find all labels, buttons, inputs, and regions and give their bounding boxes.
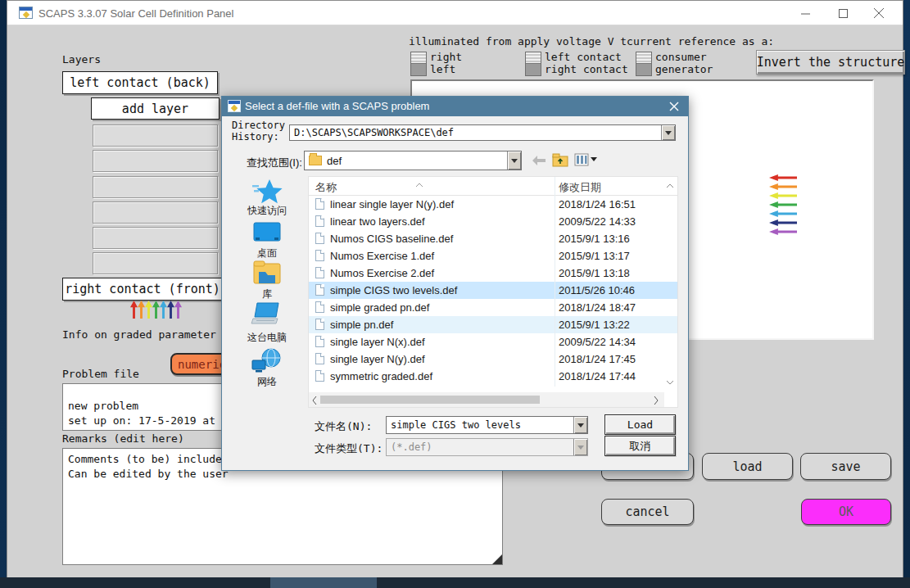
load-button[interactable]: load [702,453,793,480]
ok-button[interactable]: OK [801,499,891,525]
layer-slot-button[interactable] [93,176,218,198]
dialog-cancel-button[interactable]: 取消 [604,436,676,456]
sidebar-item-this-pc[interactable]: 这台电脑 [222,331,312,345]
file-row[interactable]: symmetric graded.def 2018/1/24 17:44 [309,368,677,385]
scroll-up-icon[interactable] [666,179,674,191]
file-icon [315,267,324,278]
sidebar-item-desktop[interactable]: 桌面 [222,247,312,260]
filename-value: simple CIGS two levels [391,419,521,431]
file-row[interactable]: linear single layer N(y).def 2018/1/24 1… [309,196,677,213]
file-date: 2018/1/24 17:45 [559,353,636,365]
illumination-arrows [769,174,797,235]
cancel-button[interactable]: cancel [601,499,694,525]
network-icon[interactable] [222,347,312,373]
file-row[interactable]: Numos Exercise 2.def 2015/9/1 13:18 [309,265,677,282]
illuminated-from-switch[interactable] [410,52,427,76]
look-in-label: 查找范围(I): [247,156,302,170]
file-list-header: 名称 修改日期 [309,177,677,196]
illumination-header: illuminated from apply voltage V tcurren… [409,35,774,47]
directory-history-combobox[interactable]: D:\SCAPS\SCAPSWORKSPACE\def [289,124,676,141]
layer-slot-button[interactable] [93,124,218,147]
layers-label: Layers [62,53,101,66]
file-row[interactable]: simple pn.def 2015/9/1 13:22 [309,316,677,333]
this-pc-icon[interactable] [222,301,312,328]
apply-voltage-switch[interactable] [525,52,541,76]
file-icon [315,370,324,382]
maximize-icon[interactable] [824,1,862,25]
resize-grip-icon[interactable] [492,554,502,564]
filetype-value: (*.def) [391,441,432,453]
file-row[interactable]: single layer N(y).def 2018/1/24 17:45 [309,351,677,368]
file-date: 2015/9/1 13:22 [559,319,630,331]
dropdown-arrow-icon[interactable] [573,417,587,433]
file-row[interactable]: linear two layers.def 2009/5/22 14:33 [309,213,677,230]
problem-file-label: Problem file [62,368,139,380]
file-name: simple graded pn.def [330,301,429,314]
look-in-combobox[interactable]: def [304,151,522,170]
quick-access-icon[interactable] [222,179,312,206]
save-button[interactable]: save [800,453,891,480]
libraries-icon[interactable] [222,260,312,285]
back-icon[interactable] [530,154,548,167]
file-row[interactable]: simple CIGS two levels.def 2011/5/26 10:… [309,282,677,299]
date-column-header[interactable]: 修改日期 [559,180,601,195]
invert-structure-button[interactable]: Invert the structure [756,50,905,75]
sidebar-item-libraries[interactable]: 库 [222,287,312,301]
layer-slot-button[interactable] [93,252,218,274]
switch-option-label: generator [655,63,713,75]
file-icon [315,336,324,347]
file-icon [315,319,324,330]
desktop: SCAPS 3.3.07 Solar Cell Definition Panel… [0,0,910,588]
rainbow-arrow-icon [769,219,797,226]
rainbow-arrow-icon [138,301,145,319]
layer-slot-button[interactable] [93,227,218,249]
left-contact-button[interactable]: left contact (back) [62,71,218,94]
taskbar[interactable] [0,577,910,588]
add-layer-button[interactable]: add layer [91,97,220,120]
dropdown-arrow-icon[interactable] [507,152,521,170]
filename-combobox[interactable]: simple CIGS two levels [386,416,588,434]
file-name: linear two layers.def [330,215,425,228]
close-icon[interactable] [860,1,898,25]
sidebar-item-network[interactable]: 网络 [222,375,312,389]
scroll-left-icon[interactable] [311,394,318,409]
view-menu-caret-icon[interactable] [591,157,597,161]
dialog-close-icon[interactable] [665,99,683,114]
up-folder-icon[interactable] [551,151,569,169]
file-row[interactable]: Numos Exercise 1.def 2015/9/1 13:17 [309,247,677,265]
view-menu-icon[interactable] [573,152,591,168]
file-row[interactable]: Numos CIGS baseline.def 2015/9/1 13:16 [309,230,677,247]
file-row[interactable]: simple graded pn.def 2018/1/24 18:47 [309,299,677,316]
dropdown-arrow-icon[interactable] [661,125,675,140]
sidebar-item-quick-access[interactable]: 快速访问 [222,204,312,218]
file-name: Numos CIGS baseline.def [330,233,453,245]
folder-icon [309,156,322,165]
name-column-header[interactable]: 名称 [315,180,337,195]
file-date: 2018/1/24 17:44 [559,370,636,382]
layer-slot-button[interactable] [93,201,218,224]
minimize-icon[interactable] [786,1,824,25]
scroll-right-icon[interactable] [653,394,659,409]
file-name: Numos Exercise 2.def [330,267,434,279]
current-reference-switch[interactable] [636,52,652,76]
dropdown-arrow-icon [573,439,587,455]
file-row[interactable]: single layer N(x).def 2009/5/22 14:34 [309,333,677,351]
desktop-icon[interactable] [222,221,312,244]
scrollbar-thumb[interactable] [320,396,540,404]
horizontal-scrollbar[interactable] [309,392,664,407]
file-date: 2018/1/24 16:51 [559,198,636,210]
graded-info-label: Info on graded parameter [62,328,216,341]
rainbow-arrow-icon [769,192,797,199]
rainbow-arrow-icon [769,201,797,208]
switch-option-label: left [430,63,455,75]
layer-slot-button[interactable] [93,150,218,172]
taskbar-app-button[interactable] [270,577,377,588]
dialog-load-button[interactable]: Load [604,414,676,435]
file-list: 名称 修改日期 linear single layer N(y).def 201… [308,176,678,408]
directory-history-label: Directory History: [232,120,285,142]
rainbow-arrow-icon [167,301,174,319]
rainbow-arrow-icon [160,301,167,319]
file-name: linear single layer N(y).def [330,198,454,210]
right-contact-button[interactable]: right contact (front) [62,278,223,301]
scroll-down-icon[interactable] [666,373,674,388]
